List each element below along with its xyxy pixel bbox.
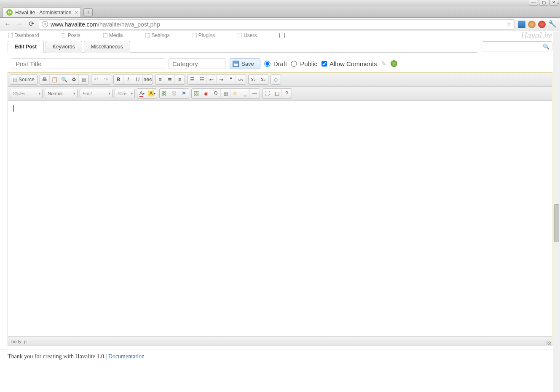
text-color-icon[interactable]: A▾ — [137, 89, 147, 98]
preview-world-icon[interactable] — [391, 60, 397, 67]
about-icon[interactable]: ? — [282, 89, 292, 98]
flash-icon[interactable]: ◉ — [201, 89, 211, 98]
tab-keywords[interactable]: Keywords — [46, 41, 82, 53]
paste-icon[interactable]: 📋 — [50, 75, 59, 84]
print-icon[interactable]: 🖶 — [40, 75, 50, 84]
bookmark-star-icon[interactable]: ☆ — [506, 21, 512, 28]
outdent-icon[interactable]: ⇤ — [207, 75, 217, 84]
cookie-icon[interactable] — [528, 21, 536, 28]
align-center-icon[interactable]: ≣ — [165, 75, 175, 84]
browser-tabstrip: H HavaLite - Administration × + — [0, 6, 560, 18]
public-radio[interactable]: Public — [291, 60, 317, 67]
favicon-icon: H — [6, 9, 13, 16]
superscript-icon[interactable]: x2 — [258, 75, 268, 84]
maximize-icon[interactable]: ⛶ — [263, 89, 272, 98]
draft-radio-input[interactable] — [264, 61, 270, 67]
post-form-row: Save Draft Public Allow Comments ✎ — [0, 53, 560, 72]
plugins-icon — [193, 33, 197, 37]
edit-pencil-icon[interactable]: ✎ — [381, 60, 386, 67]
draft-radio[interactable]: Draft — [265, 60, 287, 67]
undo-icon[interactable]: ↶ — [91, 75, 101, 84]
unlink-icon[interactable]: ⛓ — [169, 89, 179, 98]
replace-icon[interactable]: ♻ — [69, 75, 79, 84]
align-left-icon[interactable]: ≡ — [155, 75, 165, 84]
remove-format-icon[interactable]: ◇ — [271, 75, 281, 84]
tab-miscellaneous[interactable]: Miscellaneous — [84, 41, 130, 53]
underline-icon[interactable]: U — [133, 75, 143, 84]
browser-toolbar: ← → ⟳ ⊕ www.havalite.com/havalite/hava_p… — [0, 18, 560, 31]
page-tabs: Edit Post Keywords Miscellaneous — [8, 40, 477, 53]
documentation-link[interactable]: Documentation — [108, 353, 145, 360]
window-minimize-button[interactable]: — — [529, 0, 538, 5]
font-select[interactable]: Font — [80, 89, 113, 98]
window-maximize-button[interactable]: ▢ — [539, 0, 548, 5]
link-icon[interactable]: ⛓ — [160, 89, 169, 98]
url-field[interactable]: ⊕ www.havalite.com/havalite/hava_post.ph… — [39, 19, 514, 29]
size-select[interactable]: Size — [115, 89, 135, 98]
smiley-icon[interactable]: ☺ — [230, 89, 240, 98]
forward-button[interactable]: → — [15, 20, 24, 29]
anchor-icon[interactable]: ⚑ — [179, 89, 189, 98]
page-scrollbar[interactable] — [553, 32, 560, 363]
table-icon[interactable]: ▦ — [221, 89, 230, 98]
editor-toolbar-row2: Styles Normal Font Size A▾ A▾ ⛓ ⛓ ⚑ 🖼 ◉ … — [8, 87, 552, 101]
italic-icon[interactable]: I — [123, 75, 133, 84]
special-char-icon[interactable]: Ω — [211, 89, 221, 98]
bold-icon[interactable]: B — [114, 75, 123, 84]
blocker-icon[interactable] — [538, 21, 546, 28]
wrench-icon[interactable]: 🔧 — [548, 20, 557, 29]
settings-icon — [145, 33, 150, 37]
redo-icon[interactable]: ↷ — [101, 75, 111, 84]
window-titlebar: — ▢ ✕ — [0, 0, 560, 6]
indent-icon[interactable]: ⇥ — [217, 75, 226, 84]
allow-comments-input[interactable] — [322, 61, 327, 67]
reload-button[interactable]: ⟳ — [27, 20, 35, 29]
nav-media[interactable]: Media — [103, 32, 123, 38]
status-path-body[interactable]: body — [11, 339, 21, 344]
tab-close-icon[interactable]: × — [75, 9, 78, 16]
numbered-list-icon[interactable]: ☰ — [188, 75, 197, 84]
resize-grip-icon[interactable] — [547, 341, 551, 345]
format-select[interactable]: Normal — [45, 89, 78, 98]
div-icon[interactable]: div — [236, 75, 246, 84]
bullet-list-icon[interactable]: ☷ — [197, 75, 207, 84]
save-disk-icon — [233, 61, 239, 67]
subscript-icon[interactable]: x2 — [249, 75, 258, 84]
search-icon: 🔍 — [543, 43, 549, 50]
status-path-p[interactable]: p — [24, 339, 27, 344]
nav-posts[interactable]: Posts — [62, 32, 80, 38]
pagebreak-icon[interactable]: ⎯ — [240, 89, 250, 98]
collapse-toolbar-icon[interactable]: ▴ — [557, 1, 559, 5]
bg-color-icon[interactable]: A▾ — [147, 89, 157, 98]
selectall-icon[interactable]: ▦ — [79, 75, 88, 84]
allow-comments-checkbox[interactable]: Allow Comments — [322, 60, 377, 67]
source-button[interactable]: ▤Source — [10, 75, 37, 84]
nav-users[interactable]: Users — [238, 32, 257, 38]
scrollbar-thumb[interactable] — [554, 204, 559, 242]
nav-plugins[interactable]: Plugins — [193, 32, 215, 38]
save-button[interactable]: Save — [230, 58, 260, 69]
hr-icon[interactable]: — — [250, 89, 260, 98]
nav-dashboard[interactable]: Dashboard — [8, 32, 39, 38]
extension-icon[interactable] — [518, 21, 525, 28]
search-input[interactable]: 🔍 — [482, 41, 552, 51]
tab-edit-post[interactable]: Edit Post — [8, 41, 44, 53]
styles-select[interactable]: Styles — [10, 89, 43, 98]
showblocks-icon[interactable]: ◫ — [272, 89, 282, 98]
strikethrough-icon[interactable]: abc — [143, 75, 153, 84]
rich-text-editor: ▤Source 🖶 📋 🔍 ♻ ▦ ↶ ↷ B I U abc ≡ ≣ ≡ ☰ … — [8, 72, 552, 346]
blockquote-icon[interactable]: ❝ — [226, 75, 236, 84]
nav-toggle-checkbox[interactable] — [279, 33, 285, 38]
public-radio-input[interactable] — [291, 61, 297, 67]
image-icon[interactable]: 🖼 — [192, 89, 201, 98]
nav-checkbox[interactable] — [279, 33, 285, 38]
find-icon[interactable]: 🔍 — [59, 75, 69, 84]
new-tab-button[interactable]: + — [83, 8, 93, 16]
post-title-input[interactable] — [12, 58, 164, 69]
editor-content-area[interactable] — [8, 101, 552, 336]
back-button[interactable]: ← — [3, 20, 12, 29]
browser-tab[interactable]: H HavaLite - Administration × — [3, 7, 81, 17]
align-right-icon[interactable]: ≡ — [175, 75, 185, 84]
nav-settings[interactable]: Settings — [145, 32, 169, 38]
category-input[interactable] — [169, 58, 225, 69]
